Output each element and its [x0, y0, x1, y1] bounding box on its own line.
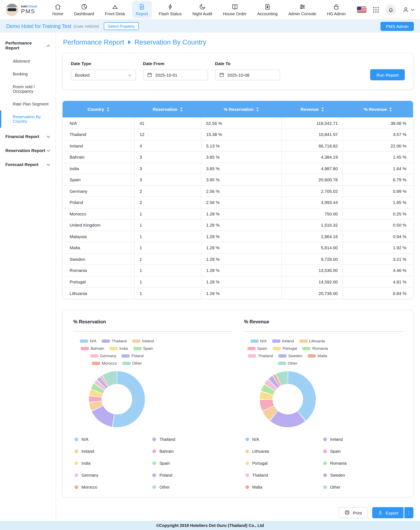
select-property-button[interactable]: Select Property: [103, 22, 139, 30]
nav-item-front-desk[interactable]: Front Desk: [101, 1, 129, 18]
table-cell: Portugal: [63, 276, 134, 287]
sidebar-section-forecast-report[interactable]: Forecast Report: [0, 157, 56, 171]
legend-color-chip: [248, 354, 256, 357]
column-header-country[interactable]: Country: [63, 101, 134, 118]
legend-item[interactable]: Lithuania: [299, 339, 325, 343]
sort-icon[interactable]: [389, 107, 392, 111]
nav-item-flash-status[interactable]: Flash Status: [155, 1, 185, 18]
nav-item-report[interactable]: Report: [132, 1, 152, 18]
legend-item[interactable]: Spain: [247, 346, 267, 351]
table-cell: 1.28 %: [201, 231, 281, 242]
nav-item-hg-admin[interactable]: HG Admin: [323, 1, 349, 18]
legend-dot: [153, 461, 156, 465]
sidebar-section-reservation-report[interactable]: Reservation Report: [0, 143, 56, 157]
legend-list-label: N/A: [252, 437, 259, 442]
print-button[interactable]: Print: [338, 507, 367, 518]
legend-item[interactable]: Morocco: [92, 361, 117, 365]
table-cell: 4,993.44: [282, 197, 343, 208]
legend-item[interactable]: Bahrain: [81, 346, 104, 351]
legend-item[interactable]: Spain: [133, 346, 153, 351]
more-options-button[interactable]: ⋮: [404, 507, 413, 518]
legend-dot: [245, 473, 249, 477]
legend-list-label: Portugal: [252, 461, 268, 466]
legend-item[interactable]: Thailand: [102, 339, 127, 343]
legend-item[interactable]: India: [110, 346, 128, 351]
column-header-reservation[interactable]: Reservation: [134, 101, 201, 118]
notifications-bell-icon[interactable]: [385, 4, 396, 15]
apps-grid-icon[interactable]: [373, 6, 379, 13]
legend-item[interactable]: Germany: [90, 353, 116, 358]
legend-list-label: Malta: [252, 485, 262, 489]
date-type-select[interactable]: Booked: [71, 70, 136, 80]
legend-color-chip: [122, 362, 130, 365]
column-header-revenue[interactable]: Revenue: [282, 101, 343, 118]
nav-item-night-audit[interactable]: Night Audit: [188, 1, 216, 18]
table-cell: 39.08 %: [343, 118, 413, 129]
user-account-menu[interactable]: [402, 6, 414, 13]
legend-item[interactable]: Sweden: [278, 353, 303, 358]
us-flag-icon[interactable]: [357, 7, 366, 13]
legend-item[interactable]: Ireland: [272, 339, 294, 343]
nav-item-house-order[interactable]: House Order: [219, 1, 250, 18]
legend-list-label: Other: [159, 485, 170, 489]
printer-icon: [344, 509, 350, 516]
date-from-field: Date From 2025-10-01: [143, 61, 208, 80]
table-row: Thailand1215.38 %10,841.973.57 %: [63, 129, 413, 140]
chart-title: % Reservation: [73, 319, 232, 332]
date-from-input[interactable]: 2025-10-01: [143, 70, 208, 80]
chevron-down-icon: [46, 162, 50, 167]
legend-item[interactable]: Poland: [121, 353, 144, 358]
table-row: Spain33.85 %20,600.786.79 %: [63, 174, 413, 185]
legend-label: Ireland: [282, 339, 294, 343]
sidebar-item-reservation-by-country[interactable]: Reservation By Country: [0, 110, 56, 128]
sidebar-section-performance-report[interactable]: Performance Report: [0, 36, 56, 55]
nav-item-admin-console[interactable]: Admin Console: [285, 1, 320, 18]
legend-list-item: Germany: [74, 473, 153, 477]
table-cell: 3.21 %: [343, 253, 413, 265]
sort-icon[interactable]: [107, 107, 110, 111]
table-cell: 4.46 %: [343, 265, 413, 276]
legend-item[interactable]: Malta: [308, 353, 327, 358]
date-to-input[interactable]: 2025-10-08: [215, 70, 280, 80]
nav-item-label: HG Admin: [327, 12, 346, 16]
column-header-pct-revenue[interactable]: % Revenue: [343, 101, 413, 118]
sort-icon[interactable]: [321, 107, 324, 111]
sidebar-section-financial-report[interactable]: Financial Report: [0, 129, 56, 143]
table-row: Ireland45.13 %66,718.8222.00 %: [63, 140, 413, 151]
table-cell: Ireland: [63, 140, 134, 151]
hotel-name: Demo Hotel for Training Test: [6, 23, 71, 29]
sort-icon[interactable]: [180, 107, 183, 111]
nav-item-accounting[interactable]: Accounting: [254, 1, 281, 18]
nav-item-dashboard[interactable]: Dashboard: [70, 1, 98, 18]
legend-item[interactable]: Other: [122, 361, 142, 365]
sidebar-item-room-sold-occupancy[interactable]: Room sold / Occupancy: [0, 80, 56, 98]
legend-label: Bahrain: [91, 346, 104, 351]
table-cell: 750.00: [282, 208, 343, 219]
table-cell: 0.94 %: [343, 231, 413, 242]
brand-logo[interactable]: Intel Cloud PMS: [6, 3, 45, 16]
legend-item[interactable]: Thailand: [248, 353, 273, 358]
export-button[interactable]: Export: [372, 507, 404, 518]
legend-dot: [323, 473, 327, 477]
legend-list-item: Romania: [323, 461, 401, 466]
legend-item[interactable]: Ireland: [132, 339, 154, 343]
pms-admin-button[interactable]: PMS Admin: [380, 22, 414, 31]
legend-list-item: Other: [323, 485, 401, 489]
sidebar-item-allotment[interactable]: Allotment: [0, 55, 56, 68]
legend-item[interactable]: Other: [278, 361, 298, 365]
legend-label: Poland: [131, 353, 144, 358]
nav-item-home[interactable]: Home: [49, 1, 67, 18]
column-header-pct-reservation[interactable]: % Reservation: [201, 101, 281, 118]
run-report-button[interactable]: Run Report: [370, 69, 405, 80]
legend-item[interactable]: Portugal: [273, 346, 297, 351]
chevron-down-icon: [411, 8, 414, 11]
top-navigation: Intel Cloud PMS Home Dashboard Front Des…: [0, 0, 420, 20]
sidebar-item-rate-plan-segment[interactable]: Rate Plan Segment: [0, 98, 56, 110]
legend-item[interactable]: Romania: [303, 346, 328, 351]
legend-item[interactable]: N/A: [80, 339, 97, 343]
legend-item[interactable]: N/A: [250, 339, 267, 343]
donut-chart-reservation: [88, 370, 146, 428]
sort-icon[interactable]: [256, 107, 259, 111]
flash-status-icon: [167, 3, 174, 10]
sidebar-item-booking[interactable]: Booking: [0, 68, 56, 80]
